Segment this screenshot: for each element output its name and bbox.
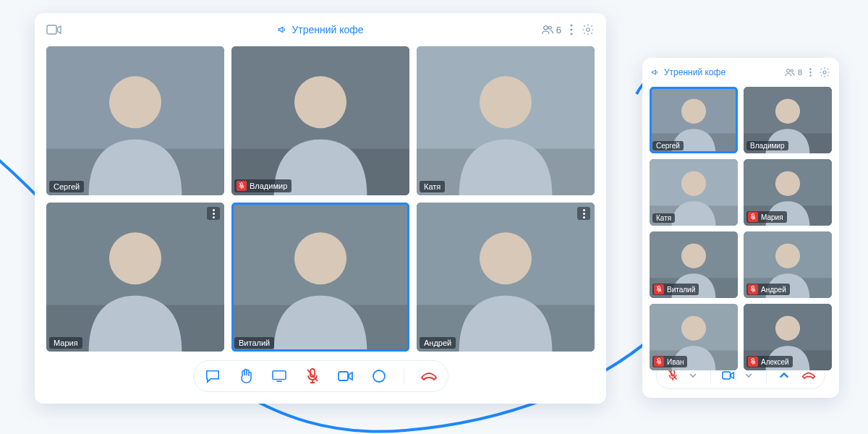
- participant-name-label: Сергей: [652, 141, 684, 150]
- video-tile[interactable]: Андрей: [744, 231, 832, 298]
- participant-count-value: 6: [556, 25, 561, 35]
- participant-count[interactable]: 6: [542, 25, 561, 35]
- video-tile[interactable]: Сергей: [650, 87, 738, 153]
- participant-name-label: Катя: [652, 213, 675, 223]
- mic-muted-icon: [654, 284, 664, 294]
- hangup-button[interactable]: [801, 368, 816, 383]
- expand-button[interactable]: [777, 368, 791, 383]
- people-icon: [785, 69, 795, 76]
- participant-name-label: Мария: [746, 211, 787, 223]
- mic-muted-icon: [748, 357, 758, 367]
- participant-name-label: Сергей: [49, 181, 84, 192]
- svg-point-43: [775, 99, 800, 124]
- settings-button[interactable]: [582, 23, 595, 36]
- record-button[interactable]: [370, 367, 388, 385]
- video-tile[interactable]: Мария: [744, 159, 832, 226]
- svg-rect-30: [339, 372, 348, 380]
- participant-name-label: Андрей: [746, 284, 790, 295]
- participant-name-label: Владимир: [234, 179, 292, 192]
- svg-point-35: [809, 72, 811, 73]
- toolbar-separator: [404, 368, 404, 384]
- participant-name-label: Алексей: [746, 356, 793, 367]
- svg-point-5: [570, 33, 572, 35]
- svg-point-9: [109, 76, 161, 128]
- raise-hand-button[interactable]: [237, 367, 255, 385]
- chevron-down-icon: [745, 373, 752, 378]
- svg-point-20: [109, 232, 161, 284]
- tile-menu-button[interactable]: [577, 207, 590, 220]
- mobile-call-window: Утренний кофе 8 Сергей Владимир Катя Мар…: [642, 58, 839, 398]
- svg-point-36: [809, 75, 811, 76]
- svg-point-69: [775, 316, 800, 341]
- camera-button[interactable]: [337, 367, 354, 385]
- video-tile[interactable]: Владимир: [744, 87, 832, 153]
- more-menu-button[interactable]: [809, 67, 812, 77]
- svg-point-49: [775, 171, 800, 196]
- room-title: Утренний кофе: [277, 24, 363, 35]
- svg-point-31: [373, 370, 385, 382]
- kebab-icon: [809, 67, 812, 77]
- tile-menu-button[interactable]: [207, 207, 220, 220]
- svg-point-2: [548, 26, 551, 29]
- svg-point-40: [681, 99, 706, 124]
- chat-button[interactable]: [204, 367, 221, 385]
- video-tile[interactable]: Владимир: [231, 46, 409, 195]
- participant-name-label: Виталий: [234, 337, 274, 349]
- gear-icon: [819, 67, 830, 78]
- mic-options-button[interactable]: [686, 368, 700, 383]
- svg-point-32: [786, 69, 789, 72]
- more-menu-button[interactable]: [570, 24, 573, 35]
- mic-muted-icon: [748, 212, 758, 222]
- call-toolbar: [193, 360, 448, 392]
- participant-count-value: 8: [798, 68, 802, 77]
- mute-mic-button[interactable]: [665, 368, 680, 383]
- hangup-button[interactable]: [420, 367, 438, 385]
- video-tile[interactable]: Иван: [650, 304, 738, 370]
- svg-point-1: [543, 26, 547, 30]
- video-tile[interactable]: Катя: [417, 46, 595, 195]
- desktop-titlebar: Утренний кофе 6: [35, 13, 606, 46]
- video-tile[interactable]: Андрей: [417, 203, 595, 352]
- chevron-up-icon: [779, 373, 789, 378]
- participant-name-label: Мария: [49, 337, 82, 349]
- participant-count[interactable]: 8: [785, 68, 802, 77]
- video-tile[interactable]: Алексей: [744, 304, 832, 370]
- video-tile[interactable]: Сергей: [46, 46, 224, 195]
- chevron-down-icon: [689, 373, 697, 378]
- gear-icon: [582, 23, 595, 36]
- svg-point-6: [587, 28, 590, 32]
- settings-button[interactable]: [819, 67, 830, 78]
- room-title: Утренний кофе: [651, 67, 778, 77]
- participant-name-label: Катя: [420, 181, 445, 192]
- megaphone-icon: [277, 25, 287, 35]
- video-tile[interactable]: Мария: [46, 203, 224, 352]
- participant-name-label: Иван: [652, 356, 687, 367]
- svg-rect-74: [723, 372, 731, 379]
- mute-mic-button[interactable]: [304, 367, 321, 385]
- room-title-text: Утренний кофе: [664, 67, 726, 77]
- svg-point-37: [823, 71, 826, 74]
- camera-options-button[interactable]: [741, 368, 756, 383]
- svg-point-12: [294, 76, 346, 128]
- camera-outline-icon[interactable]: [46, 25, 62, 35]
- participant-name-label: Владимир: [746, 141, 788, 150]
- share-screen-button[interactable]: [271, 367, 288, 385]
- mic-muted-icon: [654, 357, 664, 367]
- people-icon: [542, 25, 553, 34]
- svg-point-33: [791, 69, 793, 72]
- svg-point-4: [570, 28, 572, 30]
- video-grid: Сергей Владимир Катя Мария Виталий Андре…: [35, 46, 606, 352]
- svg-point-46: [681, 171, 706, 196]
- camera-button[interactable]: [721, 368, 736, 383]
- video-tile[interactable]: Виталий: [231, 203, 409, 352]
- mobile-titlebar: Утренний кофе 8: [642, 58, 839, 87]
- video-grid: Сергей Владимир Катя Мария Виталий Андре…: [642, 87, 839, 354]
- video-tile[interactable]: Катя: [650, 159, 738, 226]
- video-tile[interactable]: Виталий: [650, 231, 738, 298]
- svg-point-17: [480, 76, 532, 128]
- participant-name-label: Виталий: [652, 284, 699, 295]
- svg-point-59: [775, 244, 800, 268]
- room-title-text: Утренний кофе: [292, 24, 363, 35]
- svg-point-64: [681, 316, 706, 341]
- megaphone-icon: [651, 68, 660, 77]
